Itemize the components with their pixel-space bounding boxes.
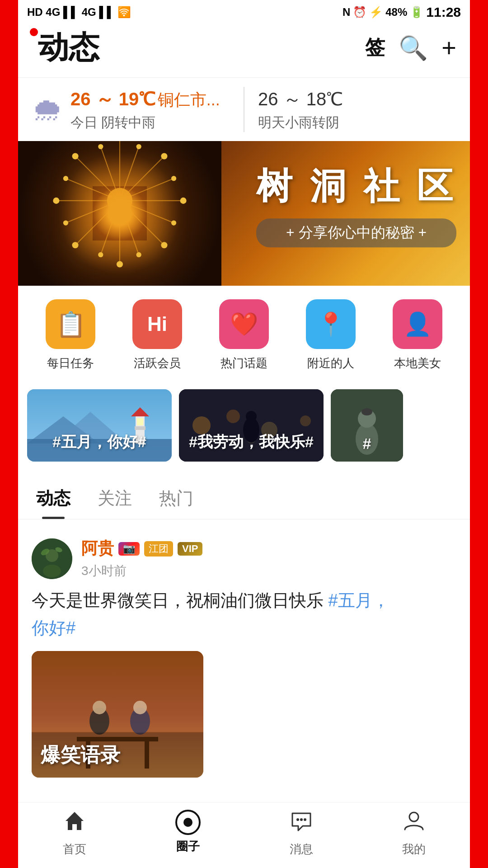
battery-icon: 🔋: [410, 6, 423, 19]
svg-point-49: [246, 411, 257, 422]
sign-button[interactable]: 签: [365, 34, 385, 61]
avatar-image: [32, 538, 72, 579]
banner[interactable]: 树 洞 社 区 + 分享你心中的秘密 +: [18, 141, 470, 286]
nav-label-home: 首页: [63, 841, 86, 857]
topic-3-label: #: [358, 430, 376, 457]
avatar-aguei[interactable]: [32, 538, 72, 579]
topic-card-3[interactable]: #: [331, 389, 403, 462]
weather-cloud-icon: 🌧: [32, 91, 63, 127]
today-weather[interactable]: 🌧 26 ～ 19℃ 铜仁市... 今日 阴转中雨: [32, 87, 244, 132]
active-member-icon: Hi: [132, 299, 182, 349]
svg-point-19: [161, 153, 167, 159]
svg-point-56: [43, 565, 61, 577]
hot-topic-icon: ❤️: [219, 299, 269, 349]
tab-dongtai[interactable]: 动态: [36, 473, 70, 519]
today-desc: 今日 阴转中雨: [70, 113, 220, 132]
message-icon: [290, 810, 313, 838]
nav-label-mine: 我的: [402, 841, 426, 857]
local-beauty-label: 本地美女: [394, 355, 441, 371]
tomorrow-weather[interactable]: 26 ～ 18℃ 明天小雨转阴: [244, 87, 456, 132]
feed-image-text: 爆笑语录: [41, 744, 120, 766]
local-beauty-icon: 👤: [393, 299, 442, 349]
feed-content-1: 今天是世界微笑日，祝桐油们微日快乐 #五月，你好#: [32, 587, 456, 642]
nearby-label: 附近的人: [307, 355, 354, 371]
topic-card-1[interactable]: #五月，你好#: [27, 389, 172, 462]
topic-2-label: #我劳动，我快乐#: [184, 429, 318, 455]
active-member-label: 活跃会员: [134, 355, 181, 371]
top-navigation: 动态 签 🔍 +: [18, 23, 470, 77]
svg-rect-41: [137, 418, 143, 425]
svg-point-32: [63, 176, 68, 181]
quick-item-hot-topic[interactable]: ❤️ 热门话题: [219, 299, 269, 371]
hot-topic-label: 热门话题: [221, 355, 267, 371]
nav-item-mine[interactable]: 我的: [402, 810, 426, 857]
svg-point-30: [98, 252, 103, 257]
topic-section: #五月，你好# #我劳动，我快乐#: [18, 380, 470, 466]
status-right: N ⏰ ⚡ 48% 🔋 11:28: [343, 5, 461, 20]
city-name: 铜仁市...: [158, 90, 220, 109]
svg-point-1: [107, 188, 132, 213]
feed-time: 3小时前: [81, 562, 456, 580]
topic-card-2[interactable]: #我劳动，我快乐#: [179, 389, 324, 462]
signal-icons: HD 4G ▌▌ 4G ▌▌ 🛜: [27, 6, 131, 19]
svg-point-29: [136, 252, 141, 257]
banner-text-area: 树 洞 社 区 + 分享你心中的秘密 +: [256, 162, 456, 247]
quick-item-active-member[interactable]: Hi 活跃会员: [132, 299, 182, 371]
topic-1-label: #五月，你好#: [48, 429, 151, 455]
status-left: HD 4G ▌▌ 4G ▌▌ 🛜: [27, 6, 131, 19]
svg-point-44: [226, 410, 240, 423]
quick-item-nearby[interactable]: 📍 附近的人: [306, 299, 356, 371]
search-button[interactable]: 🔍: [399, 36, 428, 60]
nearby-icon: 📍: [306, 299, 356, 349]
svg-point-46: [300, 415, 311, 426]
person-icon: [403, 810, 425, 838]
svg-point-28: [171, 220, 176, 225]
weather-section: 🌧 26 ～ 19℃ 铜仁市... 今日 阴转中雨 26 ～ 18℃ 明天小雨转…: [18, 77, 470, 141]
feed-user-info-1: 阿贵 📷 江团 VIP 3小时前: [81, 538, 456, 580]
time: 11:28: [426, 5, 461, 20]
alarm-icon: ⏰: [353, 6, 366, 19]
nav-icons: 签 🔍 +: [365, 34, 456, 61]
today-weather-info: 26 ～ 19℃ 铜仁市... 今日 阴转中雨: [70, 87, 220, 132]
home-icon: [63, 810, 86, 838]
svg-point-70: [300, 818, 303, 821]
today-temp: 26 ～ 19℃: [70, 89, 155, 109]
circle-icon: [175, 810, 201, 835]
svg-point-23: [72, 242, 79, 248]
tomorrow-desc: 明天小雨转阴: [258, 113, 456, 132]
tab-guanzhu[interactable]: 关注: [98, 473, 132, 519]
banner-background: [18, 141, 221, 286]
bottom-navigation: 首页 圈子 消息: [18, 802, 470, 868]
svg-point-33: [98, 144, 103, 149]
svg-point-22: [117, 261, 123, 267]
feed-image-overlay: 爆笑语录: [32, 733, 203, 778]
nav-item-message[interactable]: 消息: [290, 810, 313, 857]
svg-point-27: [171, 176, 176, 181]
feed-image-1[interactable]: 爆笑语录: [32, 651, 203, 778]
status-bar: HD 4G ▌▌ 4G ▌▌ 🛜 N ⏰ ⚡ 48% 🔋 11:28: [18, 0, 470, 23]
quick-item-daily-task[interactable]: 📋 每日任务: [46, 299, 95, 371]
svg-point-24: [53, 198, 59, 204]
feed-username: 阿贵: [81, 538, 114, 560]
svg-point-67: [133, 701, 147, 714]
svg-point-20: [180, 198, 187, 204]
nav-item-circle[interactable]: 圈子: [175, 810, 201, 857]
nfc-icon: N: [343, 6, 350, 19]
nav-item-home[interactable]: 首页: [63, 810, 86, 857]
bluetooth-icon: ⚡: [369, 6, 383, 19]
svg-point-21: [161, 242, 167, 248]
notification-dot: [30, 28, 38, 36]
feed-item-1: 阿贵 📷 江团 VIP 3小时前 今天是世界微笑日，祝桐油们微日快乐 #五月，你…: [32, 528, 456, 787]
nav-label-message: 消息: [290, 841, 313, 857]
feed-username-row: 阿贵 📷 江团 VIP: [81, 538, 456, 560]
svg-marker-68: [66, 812, 84, 830]
svg-point-25: [72, 153, 79, 159]
tab-remen[interactable]: 热门: [159, 473, 193, 519]
daily-task-icon: 📋: [46, 299, 95, 349]
battery-text: 48%: [385, 6, 407, 19]
banner-subtitle: + 分享你心中的秘密 +: [256, 218, 456, 247]
svg-point-31: [63, 220, 68, 225]
svg-point-53: [361, 408, 372, 415]
quick-item-local-beauty[interactable]: 👤 本地美女: [393, 299, 442, 371]
add-button[interactable]: +: [441, 35, 456, 61]
